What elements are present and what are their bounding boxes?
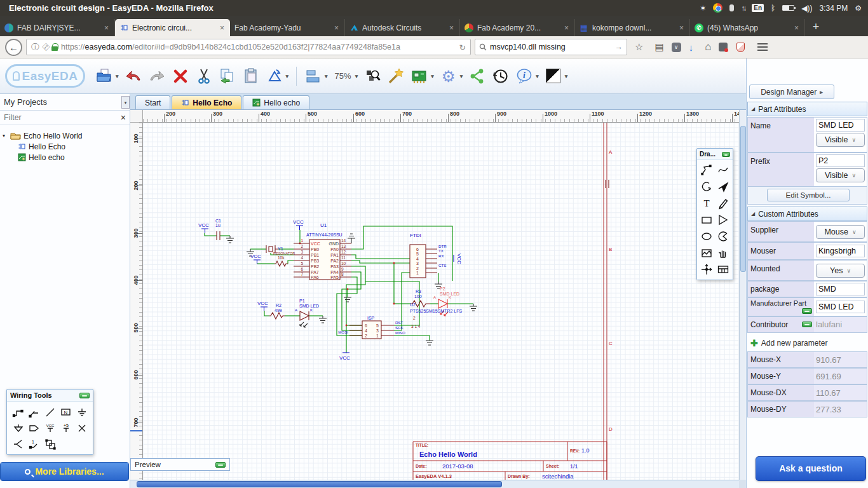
browser-tab-4[interactable]: Autodesk Circuits× bbox=[345, 19, 460, 36]
search-bar[interactable]: → bbox=[475, 39, 627, 55]
minimize-pill-icon[interactable] bbox=[722, 152, 730, 157]
new-tab-button[interactable]: + bbox=[805, 19, 827, 36]
signal-ground-tool-icon[interactable] bbox=[10, 420, 26, 436]
text-tool-icon[interactable]: T bbox=[698, 195, 715, 212]
bezier-tool-icon[interactable] bbox=[715, 162, 731, 179]
horizontal-scrollbar[interactable] bbox=[130, 480, 739, 488]
session-gear-icon[interactable]: ⚙ bbox=[855, 4, 862, 13]
caret-icon[interactable]: ▾ bbox=[116, 73, 119, 79]
cut-button[interactable] bbox=[195, 67, 213, 85]
image-tool-icon[interactable] bbox=[698, 245, 715, 261]
origin-tool-icon[interactable] bbox=[698, 261, 715, 278]
bluetooth-icon[interactable]: ᛒ bbox=[771, 4, 775, 13]
find-component-button[interactable] bbox=[363, 67, 381, 85]
name-input[interactable] bbox=[816, 119, 865, 132]
copy-button[interactable] bbox=[219, 67, 236, 85]
tab-close-icon[interactable]: × bbox=[793, 24, 800, 32]
history-button[interactable] bbox=[492, 67, 510, 85]
add-new-parameter-button[interactable]: ✚Add new parameter bbox=[750, 338, 827, 348]
pencil-tool-icon[interactable] bbox=[715, 195, 731, 212]
back-button[interactable]: ← bbox=[5, 39, 22, 56]
wizard-button[interactable] bbox=[387, 67, 405, 85]
paste-button[interactable] bbox=[242, 67, 260, 85]
browser-tab-3[interactable]: Fab Academy-Yadu× bbox=[230, 19, 345, 36]
name-visibility-dropdown[interactable]: Visible∨ bbox=[816, 133, 865, 147]
design-manager-button[interactable]: Design Manager▸ bbox=[749, 85, 834, 99]
minimize-pill-icon[interactable] bbox=[79, 393, 90, 398]
more-libraries-button[interactable]: More Libraries... bbox=[0, 462, 129, 481]
net-flag-tool-icon[interactable] bbox=[10, 436, 26, 452]
polyline-tool-icon[interactable] bbox=[698, 162, 715, 179]
tree-project-row[interactable]: ▾ Echo Hello World bbox=[3, 130, 130, 141]
caret-icon[interactable]: ▾ bbox=[286, 73, 289, 79]
component-ftdi-header[interactable]: FTDI 6 5 4 3 2 1 DTR TX RX CTS bbox=[410, 233, 447, 278]
keyboard-indicator[interactable]: En bbox=[752, 4, 764, 12]
custom-attributes-header[interactable]: ◢Custom Attributes bbox=[747, 207, 867, 221]
vertical-scrollbar-thumb[interactable] bbox=[740, 126, 746, 272]
doc-tab-start[interactable]: Start bbox=[135, 95, 170, 109]
chrome-icon[interactable] bbox=[713, 3, 722, 13]
caret-icon[interactable]: ▾ bbox=[325, 73, 328, 79]
battery-icon[interactable] bbox=[782, 5, 794, 11]
pin-number-tool-icon[interactable]: 1 bbox=[26, 436, 42, 452]
home-icon[interactable]: ⌂ bbox=[701, 41, 715, 53]
go-arrow-icon[interactable]: → bbox=[615, 43, 623, 51]
browser-tab-1[interactable]: FAB DAIRY|SYE...× bbox=[0, 19, 115, 36]
reading-list-icon[interactable]: ▤ bbox=[651, 41, 667, 53]
help-info-button[interactable]: i bbox=[515, 67, 533, 85]
caret-icon[interactable]: ▾ bbox=[460, 73, 463, 79]
line-tool-icon[interactable] bbox=[42, 404, 58, 420]
pie-tool-icon[interactable] bbox=[715, 228, 731, 245]
clear-filter-icon[interactable]: × bbox=[121, 112, 126, 123]
menu-icon[interactable] bbox=[757, 43, 768, 44]
tab-close-icon[interactable]: × bbox=[103, 24, 110, 32]
evernote-icon[interactable] bbox=[719, 43, 728, 51]
visibility-pill-icon[interactable] bbox=[802, 322, 812, 327]
tab-close-icon[interactable]: × bbox=[678, 24, 685, 32]
component-y1-resonator[interactable]: Y1 RESONATOR 10k bbox=[266, 245, 295, 266]
no-connect-tool-icon[interactable] bbox=[74, 420, 90, 436]
netlabel-tool-icon[interactable]: N bbox=[58, 404, 74, 420]
bookmark-star-icon[interactable]: ☆ bbox=[631, 41, 647, 53]
tab-close-icon[interactable]: × bbox=[219, 24, 226, 32]
schematic-canvas[interactable]: A B C D bbox=[143, 123, 739, 480]
browser-tab-6[interactable]: ▦kokompe downl...× bbox=[575, 19, 690, 36]
caret-icon[interactable]: ▾ bbox=[355, 73, 358, 79]
vertical-scrollbar[interactable] bbox=[739, 110, 746, 480]
sync-arrows-icon[interactable]: ↑↓ bbox=[741, 4, 745, 13]
netport-tool-icon[interactable] bbox=[26, 420, 42, 436]
key-icon[interactable]: ⚿ bbox=[40, 41, 51, 52]
expander-icon[interactable]: ▾ bbox=[3, 133, 8, 139]
tab-close-icon[interactable]: × bbox=[333, 24, 340, 32]
package-input[interactable] bbox=[816, 283, 865, 295]
browser-tab-2-active[interactable]: Electronic circui...× bbox=[115, 19, 230, 36]
reload-icon[interactable]: ↻ bbox=[459, 43, 466, 52]
projects-dropdown-icon[interactable]: ▾ bbox=[121, 96, 130, 109]
supplier-dropdown[interactable]: Mouse∨ bbox=[816, 225, 865, 239]
share-button[interactable] bbox=[468, 67, 486, 85]
projects-header[interactable]: My Projects▾ bbox=[0, 94, 130, 111]
minimize-pill-icon[interactable] bbox=[215, 462, 226, 468]
theme-button[interactable] bbox=[545, 67, 562, 85]
caret-icon[interactable]: ▾ bbox=[431, 73, 434, 79]
url-bar[interactable]: ⓘ ⚿ https://easyeda.com/editor#id=d9db9b… bbox=[26, 39, 471, 55]
redo-button[interactable] bbox=[148, 67, 166, 85]
tree-schematic-row[interactable]: Hello Echo bbox=[3, 141, 130, 152]
download-icon[interactable]: ↓ bbox=[685, 42, 698, 53]
filter-input[interactable] bbox=[4, 113, 121, 122]
vcc-flag-tool-icon[interactable]: VCC bbox=[42, 420, 58, 436]
volume-icon[interactable]: ◀)) bbox=[801, 4, 812, 13]
shield-icon[interactable] bbox=[736, 43, 745, 52]
component-r2[interactable]: R2 499 bbox=[269, 303, 285, 319]
manufacturer-part-input[interactable] bbox=[816, 301, 865, 313]
browser-tab-7[interactable]: ✆(45) WhatsApp× bbox=[690, 19, 805, 36]
arc-tool-icon[interactable] bbox=[698, 179, 715, 195]
caret-icon[interactable]: ▾ bbox=[565, 73, 568, 79]
sheet-tool-icon[interactable] bbox=[715, 261, 731, 278]
horizontal-scrollbar-thumb[interactable] bbox=[137, 481, 502, 487]
part-attributes-header[interactable]: ◢Part Attributes bbox=[747, 102, 867, 116]
clock[interactable]: 3:34 PM bbox=[820, 4, 848, 13]
ground-tool-icon[interactable] bbox=[74, 404, 90, 420]
tab-close-icon[interactable]: × bbox=[563, 24, 570, 32]
ask-question-button[interactable]: Ask a question bbox=[756, 456, 866, 481]
